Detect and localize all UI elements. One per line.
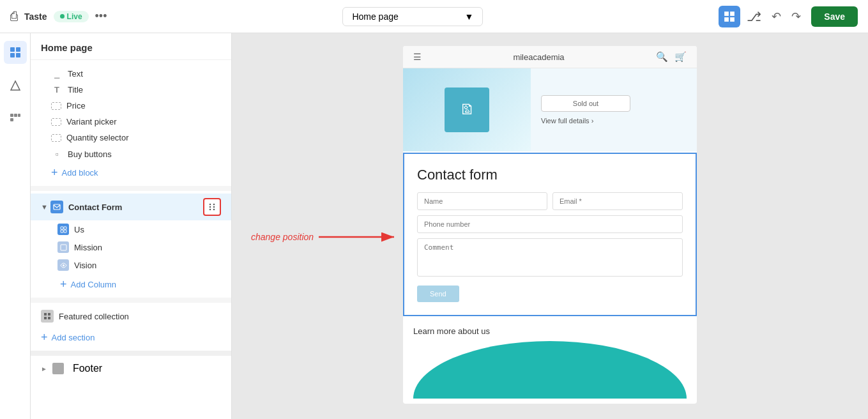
vision-icon — [57, 259, 69, 271]
text-line-icon: ⎯ — [51, 68, 63, 79]
add-block-button[interactable]: + Add block — [31, 162, 231, 183]
page-selector[interactable]: Home page ▼ — [342, 7, 483, 26]
sidebar-icon-sections[interactable] — [4, 41, 27, 64]
redo-button[interactable]: ↷ — [788, 7, 805, 26]
preview-site-title: mileacademia — [513, 52, 564, 62]
sub-item-us[interactable]: Us — [31, 220, 231, 238]
vision-icon-svg — [60, 262, 67, 269]
tree-item-buy-buttons[interactable]: ▫ Buy buttons — [31, 146, 231, 162]
us-label: Us — [74, 225, 84, 234]
submit-button[interactable]: Send — [417, 286, 459, 302]
annotation-text: change position — [251, 232, 314, 242]
svg-rect-0 — [724, 11, 729, 16]
svg-rect-22 — [64, 230, 66, 232]
svg-rect-23 — [61, 245, 66, 250]
email-input[interactable] — [552, 192, 683, 210]
svg-point-17 — [213, 206, 215, 208]
product-icon: 🖻 — [460, 102, 474, 118]
product-info: Sold out View full details › — [531, 68, 697, 151]
add-column-label: Add Column — [71, 280, 117, 289]
name-input[interactable] — [417, 192, 547, 210]
svg-rect-8 — [10, 114, 13, 117]
panel-body: ⎯ Text T Title Price Variant picker Quan… — [31, 60, 231, 419]
apps-icon — [10, 113, 21, 125]
svg-rect-19 — [61, 227, 63, 229]
sub-item-mission[interactable]: Mission — [31, 238, 231, 256]
mission-label: Mission — [74, 243, 102, 252]
us-icon-svg — [60, 226, 67, 233]
tree-item-price[interactable]: Price — [31, 98, 231, 114]
annotation: change position — [251, 228, 402, 246]
section-divider-2 — [31, 298, 231, 303]
add-column-button[interactable]: + Add Column — [31, 274, 231, 295]
contact-form-row[interactable]: ▼ Contact Form — [31, 194, 231, 220]
panel-header: Home page — [31, 33, 231, 60]
svg-rect-26 — [48, 313, 50, 316]
svg-rect-3 — [730, 17, 735, 22]
tree-item-variant-picker[interactable]: Variant picker — [31, 114, 231, 130]
comment-textarea[interactable] — [417, 238, 683, 277]
sub-item-vision[interactable]: Vision — [31, 256, 231, 274]
cart-icon: 🛒 — [674, 51, 687, 63]
sidebar-icon-apps[interactable] — [4, 107, 27, 130]
footer-icon — [52, 363, 64, 374]
sidebar-icons — [0, 33, 31, 419]
undo-button[interactable]: ↶ — [768, 7, 785, 26]
add-section-label: Add section — [52, 333, 95, 342]
svg-point-16 — [213, 204, 215, 205]
annotation-arrow — [319, 228, 402, 246]
svg-rect-11 — [10, 118, 13, 121]
tree-item-quantity-selector[interactable]: Quantity selector — [31, 130, 231, 146]
svg-rect-5 — [16, 47, 20, 52]
view-full-details-link[interactable]: View full details › — [541, 117, 687, 125]
add-block-label: Add block — [62, 168, 98, 178]
svg-rect-27 — [44, 317, 47, 319]
tree-item-title[interactable]: T Title — [31, 82, 231, 98]
svg-point-15 — [209, 209, 211, 210]
back-icon[interactable]: ⎙ — [10, 9, 18, 24]
left-panel: Home page ⎯ Text T Title Price Variant p… — [31, 33, 232, 419]
svg-rect-28 — [48, 317, 50, 319]
tree-item-text[interactable]: ⎯ Text — [31, 65, 231, 82]
product-img-inner: 🖻 — [445, 88, 489, 132]
featured-collection-icon — [41, 310, 54, 323]
add-section-button[interactable]: + Add section — [31, 327, 231, 348]
monitor-icon[interactable]: ⎇ — [747, 9, 761, 24]
featured-collection-row[interactable]: Featured collection — [31, 305, 231, 327]
sold-out-button[interactable]: Sold out — [541, 95, 630, 112]
hamburger-icon: ☰ — [413, 52, 422, 62]
svg-rect-1 — [730, 11, 735, 16]
svg-rect-7 — [16, 53, 20, 57]
site-name: Taste — [24, 11, 47, 22]
panel-title: Home page — [41, 42, 93, 53]
sidebar-icon-design[interactable] — [4, 74, 27, 97]
topbar-center: Home page ▼ — [114, 7, 711, 26]
learn-more-title: Learn more about us — [413, 326, 687, 336]
footer-label: Footer — [73, 363, 102, 374]
phone-input[interactable] — [417, 215, 683, 233]
form-row-name-email — [417, 192, 683, 210]
design-icon — [10, 80, 21, 91]
add-column-plus-icon: + — [60, 278, 67, 291]
grid-view-button[interactable] — [719, 6, 740, 27]
contact-form-section-icon — [50, 201, 63, 213]
svg-rect-9 — [14, 114, 17, 117]
drag-handle-button[interactable] — [203, 198, 221, 216]
svg-point-13 — [209, 204, 211, 205]
contact-form-section: Contact form Send — [403, 153, 697, 316]
canvas-area: change position ☰ mileacademia — [232, 33, 868, 419]
mission-icon — [57, 241, 69, 253]
contact-form-label: Contact Form — [68, 202, 203, 212]
more-button[interactable]: ••• — [95, 10, 107, 23]
svg-point-24 — [63, 264, 65, 266]
us-icon — [57, 224, 69, 235]
price-icon — [51, 102, 61, 110]
plus-icon: + — [51, 166, 58, 179]
save-button[interactable]: Save — [811, 6, 858, 27]
expand-icon: ▼ — [41, 203, 48, 211]
featured-collection-label: Featured collection — [59, 312, 129, 321]
main-layout: Home page ⎯ Text T Title Price Variant p… — [0, 33, 868, 419]
footer-row[interactable]: ► Footer — [31, 358, 231, 379]
preview-frame: ☰ mileacademia 🔍 🛒 🖻 Sold out View full … — [403, 46, 697, 404]
contact-form-title: Contact form — [417, 167, 683, 183]
